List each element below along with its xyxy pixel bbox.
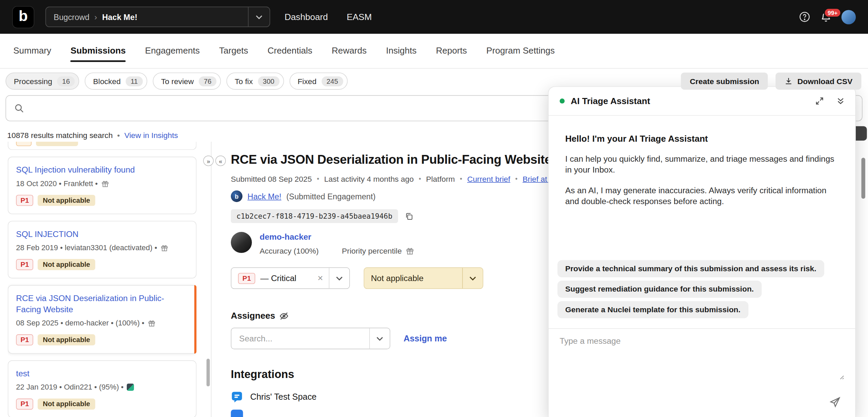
bugcrowd-logo[interactable]: b — [12, 6, 34, 28]
priority-percentile-label: Priority percentile — [342, 246, 402, 255]
engagement-link[interactable]: Hack Me! — [248, 192, 281, 201]
reward-gift-icon — [406, 246, 414, 255]
collapse-icon[interactable] — [837, 97, 844, 104]
send-message-button[interactable] — [829, 396, 841, 408]
state-badge — [36, 142, 78, 146]
view-in-insights-link[interactable]: View in Insights — [124, 131, 178, 139]
nav-easm[interactable]: EASM — [347, 12, 372, 22]
download-csv-button[interactable]: Download CSV — [776, 73, 861, 90]
chevron-down-icon[interactable] — [463, 276, 483, 280]
create-submission-button[interactable]: Create submission — [681, 73, 768, 90]
filter-fixed[interactable]: Fixed 245 — [289, 73, 348, 90]
copy-icon[interactable] — [405, 212, 413, 220]
reward-gift-icon — [101, 180, 109, 187]
assignee-search-dropdown[interactable] — [231, 328, 390, 350]
filter-label: Fixed — [298, 77, 317, 85]
meta-text: 18 Oct 2020 • Frankfett • — [16, 179, 98, 187]
tab-rewards[interactable]: Rewards — [332, 46, 367, 56]
filter-count-badge: 245 — [321, 76, 343, 86]
list-scrollbar-thumb[interactable] — [206, 359, 210, 386]
filter-blocked[interactable]: Blocked 11 — [85, 73, 147, 90]
filter-to-fix[interactable]: To fix 300 — [226, 73, 284, 90]
list-item-partial[interactable] — [8, 142, 197, 150]
online-status-dot — [560, 99, 565, 104]
state-dropdown[interactable]: Not applicable — [364, 267, 484, 289]
filter-to-review[interactable]: To review 76 — [153, 73, 221, 90]
researcher-link[interactable]: demo-hacker — [260, 232, 414, 241]
filter-processing[interactable]: Processing 16 — [5, 73, 79, 90]
submission-uuid: c1b2cec7-f818-4719-b239-a45baea1946b — [231, 209, 398, 223]
suggestion-chip-summary[interactable]: Provide a technical summary of this subm… — [557, 260, 824, 277]
suggestion-chip-nuclei[interactable]: Generate a Nuclei template for this subm… — [557, 301, 748, 318]
filters-row: Processing 16 Blocked 11 To review 76 To… — [5, 73, 861, 90]
action-buttons: Create submission Download CSV — [681, 73, 861, 90]
reward-gift-icon — [160, 244, 168, 252]
tab-targets[interactable]: Targets — [219, 46, 248, 56]
assign-me-link[interactable]: Assign me — [403, 334, 447, 343]
severity-badge: P1 — [16, 399, 33, 410]
tab-summary[interactable]: Summary — [13, 46, 51, 56]
engagement-avatar: b — [231, 191, 242, 202]
program-switcher[interactable]: Bugcrowd › Hack Me! — [45, 7, 270, 27]
nav-dashboard[interactable]: Dashboard — [284, 12, 328, 22]
chevron-down-icon[interactable] — [370, 336, 390, 341]
program-switcher-toggle[interactable] — [248, 7, 270, 26]
tab-program-settings[interactable]: Program Settings — [486, 46, 555, 56]
clear-severity-icon[interactable]: ✕ — [312, 274, 329, 282]
expand-icon[interactable] — [815, 97, 824, 105]
user-avatar[interactable] — [842, 10, 856, 24]
suggestion-chip-remediation[interactable]: Suggest remediation guidance for this su… — [557, 281, 762, 298]
chevron-down-icon[interactable] — [329, 276, 349, 280]
current-brief-link[interactable]: Current brief — [467, 174, 510, 183]
expand-pane-icon[interactable]: » — [203, 156, 214, 166]
page-scrollbar-thumb[interactable] — [861, 158, 865, 199]
submission-title-link[interactable]: SQL INJECTION — [16, 229, 188, 240]
submission-meta: 22 Jan 2019 • Odin221 • (95%) • — [16, 383, 188, 391]
list-item[interactable]: SQL Injection vulnerability found 18 Oct… — [8, 157, 197, 214]
tab-submissions[interactable]: Submissions — [71, 46, 126, 56]
pane-divider — [211, 142, 212, 417]
assignee-search-input[interactable] — [238, 333, 338, 344]
tab-insights[interactable]: Insights — [386, 46, 416, 56]
integration-name: Chris' Test Space — [250, 392, 317, 402]
list-item-selected[interactable]: RCE via JSON Deserialization in Public-F… — [8, 285, 197, 354]
list-item[interactable]: SQL INJECTION 28 Feb 2019 • leviatan3301… — [8, 221, 197, 278]
submission-badges: P1 Not applicable — [16, 259, 188, 270]
severity-dropdown[interactable]: P1 — Critical ✕ — [231, 267, 350, 289]
state-badge: Not applicable — [38, 259, 95, 270]
tab-engagements[interactable]: Engagements — [145, 46, 200, 56]
google-chat-icon — [231, 391, 243, 403]
top-bar: b Bugcrowd › Hack Me! Dashboard EASM 99+ — [0, 0, 868, 34]
chevron-down-icon — [249, 15, 270, 19]
researcher-avatar[interactable] — [231, 232, 252, 253]
filter-label: Processing — [14, 77, 52, 85]
message-input[interactable] — [549, 329, 855, 386]
severity-badge: P1 — [16, 259, 33, 270]
breadcrumb-program: Hack Me! — [102, 13, 137, 21]
bullet-separator: • — [515, 175, 518, 183]
notifications-button[interactable]: 99+ — [821, 11, 832, 22]
submission-title-link[interactable]: RCE via JSON Deserialization in Public-F… — [16, 293, 188, 315]
collapse-pane-icon[interactable]: « — [215, 156, 226, 166]
submitted-date: Submitted 08 Sep 2025 — [231, 174, 312, 183]
composer-input-area — [549, 329, 855, 386]
list-item[interactable]: test 22 Jan 2019 • Odin221 • (95%) • P1 … — [8, 360, 197, 417]
ai-suggestion-chips: Provide a technical summary of this subm… — [557, 260, 839, 318]
submission-badges: P1 Not applicable — [16, 399, 188, 410]
submission-title-link[interactable]: SQL Injection vulnerability found — [16, 164, 188, 176]
submission-title-link[interactable]: test — [16, 368, 188, 379]
severity-value: — Critical — [260, 274, 296, 283]
help-icon[interactable] — [799, 11, 810, 23]
download-icon — [785, 77, 793, 85]
program-tabs: Summary Submissions Engagements Targets … — [0, 34, 868, 69]
tab-credentials[interactable]: Credentials — [268, 46, 312, 56]
breadcrumb-caret-icon: › — [94, 12, 97, 22]
filter-count-badge: 76 — [199, 76, 216, 86]
state-badge: Not applicable — [38, 195, 95, 206]
ai-panel-header: AI Triage Assistant — [549, 87, 855, 116]
ai-triage-assistant-panel: AI Triage Assistant Hello! I'm your AI T… — [548, 86, 856, 417]
last-activity: Last activity 4 months ago — [324, 174, 414, 183]
state-badge: Not applicable — [38, 334, 95, 345]
eye-off-icon[interactable] — [279, 311, 289, 321]
tab-reports[interactable]: Reports — [436, 46, 467, 56]
